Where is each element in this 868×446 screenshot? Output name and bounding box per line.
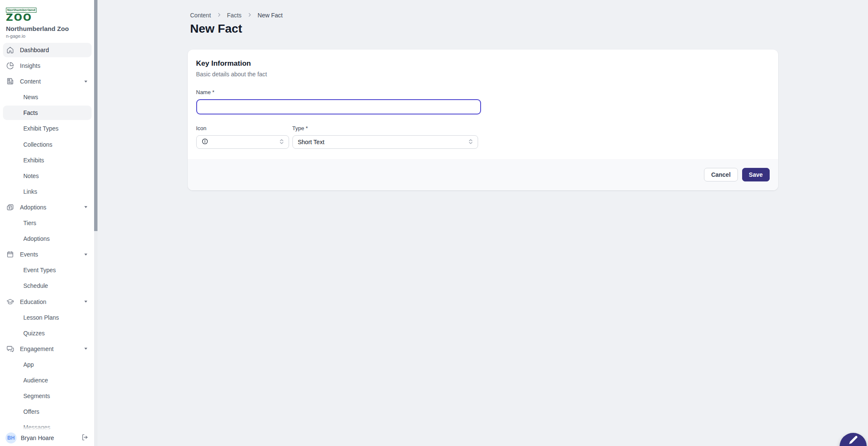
sidebar-item-news[interactable]: News bbox=[3, 90, 92, 104]
zoo-logo-zoo-text: ZOO bbox=[6, 13, 89, 22]
sidebar-item-collections[interactable]: Collections bbox=[3, 137, 92, 152]
sidebar-item-schedule[interactable]: Schedule bbox=[3, 279, 92, 293]
save-button[interactable]: Save bbox=[742, 168, 770, 181]
sidebar-item-audience[interactable]: Audience bbox=[3, 373, 92, 387]
newspaper-icon bbox=[6, 78, 14, 85]
home-icon bbox=[6, 46, 14, 54]
sidebar-item-tiers[interactable]: Tiers bbox=[3, 216, 92, 230]
sidebar-item-offers[interactable]: Offers bbox=[3, 404, 92, 419]
icon-select[interactable] bbox=[196, 135, 289, 149]
main-area: Content Facts New Fact New Fact Key Info… bbox=[97, 0, 868, 446]
sidebar-item-segments[interactable]: Segments bbox=[3, 389, 92, 403]
info-circle-icon bbox=[202, 138, 208, 146]
sidebar-item-education[interactable]: Education bbox=[3, 295, 92, 309]
chevron-right-icon bbox=[217, 12, 222, 19]
avatar: BH bbox=[6, 432, 17, 443]
sidebar-item-insights[interactable]: Insights bbox=[3, 59, 92, 73]
pie-chart-icon bbox=[6, 62, 14, 70]
sidebar-item-app[interactable]: App bbox=[3, 357, 92, 372]
breadcrumb-facts[interactable]: Facts bbox=[227, 12, 242, 19]
sidebar-item-content[interactable]: Content bbox=[3, 74, 92, 89]
sidebar-item-links[interactable]: Links bbox=[3, 184, 92, 199]
section-subtitle: Basic details about the fact bbox=[196, 71, 768, 78]
sidebar-item-exhibits[interactable]: Exhibits bbox=[3, 153, 92, 167]
calendar-icon bbox=[6, 251, 14, 258]
sidebar-item-engagement[interactable]: Engagement bbox=[3, 342, 92, 356]
user-name: Bryan Hoare bbox=[21, 435, 54, 441]
org-domain: n-gage.io bbox=[6, 33, 89, 39]
sidebar-item-adoptions-group[interactable]: Adoptions bbox=[3, 200, 92, 215]
sidebar: Northumberland ZOO Northumberland Zoo n-… bbox=[0, 0, 94, 446]
type-select[interactable]: Short Text bbox=[292, 135, 478, 149]
sidebar-item-notes[interactable]: Notes bbox=[3, 169, 92, 183]
stepper-chevrons-icon bbox=[279, 139, 284, 146]
card-footer: Cancel Save bbox=[188, 159, 778, 190]
sidebar-item-dashboard[interactable]: Dashboard bbox=[3, 43, 92, 57]
key-information-card: Key Information Basic details about the … bbox=[188, 50, 778, 190]
sidebar-item-adoptions[interactable]: Adoptions bbox=[3, 231, 92, 246]
type-field-group: Type * Short Text bbox=[292, 125, 478, 149]
page-title: New Fact bbox=[188, 22, 778, 36]
sidebar-item-lesson-plans[interactable]: Lesson Plans bbox=[3, 310, 92, 325]
pencil-icon bbox=[848, 435, 858, 446]
logout-button[interactable] bbox=[81, 434, 89, 442]
icon-field-group: Icon bbox=[196, 125, 289, 149]
chevron-down-icon bbox=[84, 300, 88, 303]
sidebar-item-quizzes[interactable]: Quizzes bbox=[3, 326, 92, 340]
chevron-down-icon bbox=[84, 206, 88, 209]
org-name: Northumberland Zoo bbox=[6, 25, 89, 32]
type-field-label: Type * bbox=[292, 125, 478, 131]
section-title: Key Information bbox=[196, 59, 768, 68]
chevron-down-icon bbox=[84, 253, 88, 256]
sidebar-item-exhibit-types[interactable]: Exhibit Types bbox=[3, 121, 92, 136]
cards-icon bbox=[6, 203, 14, 211]
chat-bubbles-icon bbox=[6, 345, 14, 353]
cancel-button[interactable]: Cancel bbox=[704, 168, 738, 181]
breadcrumb-content[interactable]: Content bbox=[190, 12, 211, 19]
chevron-right-icon bbox=[247, 12, 252, 19]
logout-icon bbox=[81, 434, 89, 442]
breadcrumb-new-fact: New Fact bbox=[258, 12, 283, 19]
name-field-group: Name * bbox=[196, 89, 768, 114]
stepper-chevrons-icon bbox=[468, 139, 473, 146]
breadcrumb: Content Facts New Fact bbox=[188, 12, 778, 19]
org-header: Northumberland ZOO Northumberland Zoo n-… bbox=[0, 0, 94, 39]
graduation-cap-icon bbox=[6, 298, 14, 306]
type-select-value: Short Text bbox=[298, 139, 325, 145]
sidebar-item-event-types[interactable]: Event Types bbox=[3, 263, 92, 277]
zoo-logo: Northumberland ZOO bbox=[6, 5, 89, 22]
sidebar-item-facts[interactable]: Facts bbox=[3, 106, 92, 120]
sidebar-nav: Dashboard Insights Content News Facts Ex… bbox=[0, 43, 94, 436]
sidebar-item-events[interactable]: Events bbox=[3, 247, 92, 262]
icon-field-label: Icon bbox=[196, 125, 289, 131]
name-field-label: Name * bbox=[196, 89, 768, 95]
name-input[interactable] bbox=[196, 99, 481, 114]
chevron-down-icon bbox=[84, 80, 88, 83]
sidebar-scrollbar[interactable] bbox=[94, 0, 97, 446]
user-bar: BH Bryan Hoare bbox=[0, 430, 94, 446]
chevron-down-icon bbox=[84, 347, 88, 350]
sidebar-scrollbar-thumb[interactable] bbox=[94, 0, 97, 231]
